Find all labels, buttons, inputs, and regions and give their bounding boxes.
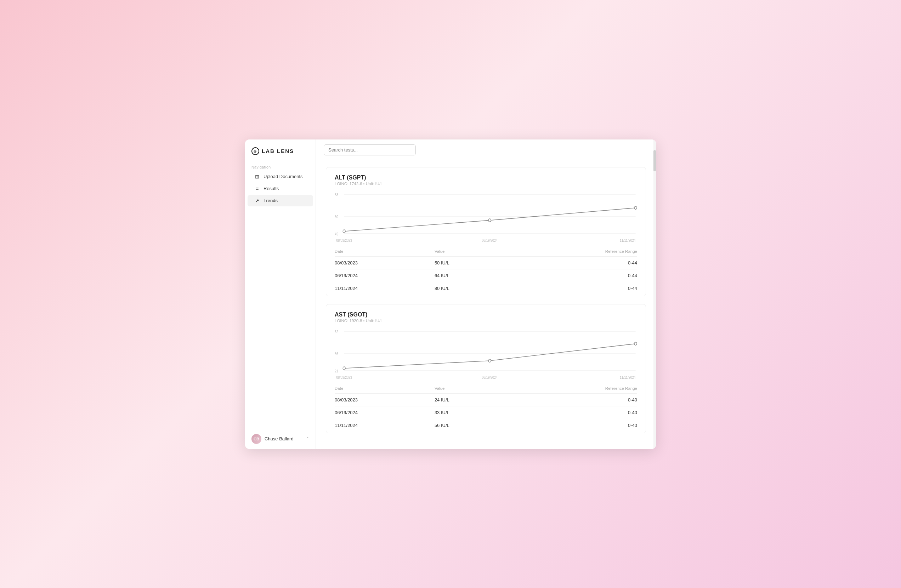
sidebar-item-upload-label: Upload Documents: [263, 174, 303, 179]
ast-row1-date: 08/03/2023: [335, 393, 435, 406]
sidebar: ◎ LAB LENS Navigation ⊞ Upload Documents…: [245, 140, 316, 449]
top-bar: [316, 140, 656, 159]
sidebar-item-results[interactable]: ≡ Results: [248, 183, 313, 194]
content-area: ALT (SGPT) LOINC: 1742-6 • Unit: IU/L 88…: [316, 159, 656, 449]
alt-row1-date: 08/03/2023: [335, 256, 435, 269]
ast-row1-ref: 0-40: [499, 393, 637, 406]
alt-x-label-2: 06/19/2024: [482, 238, 497, 243]
alt-row1-ref: 0-44: [499, 256, 637, 269]
ast-x-label-3: 11/11/2024: [620, 375, 636, 380]
sidebar-item-results-label: Results: [263, 186, 279, 191]
alt-point-3: [634, 206, 637, 209]
ast-data-table: Date Value Reference Range 08/03/2023 24…: [335, 383, 637, 431]
alt-chart-subtitle: LOINC: 1742-6 • Unit: IU/L: [335, 182, 637, 186]
ast-y-label-62: 62: [335, 330, 338, 334]
logo: ◎ LAB LENS: [245, 140, 316, 162]
alt-y-label-88: 88: [335, 193, 338, 197]
logo-icon: ◎: [251, 147, 259, 155]
nav-label: Navigation: [245, 162, 316, 171]
alt-x-label-3: 11/11/2024: [620, 238, 636, 243]
ast-y-label-36: 36: [335, 352, 338, 356]
ast-col-value: Value: [435, 383, 499, 394]
ast-row3-date: 11/11/2024: [335, 419, 435, 431]
alt-y-label-60: 60: [335, 215, 338, 219]
ast-point-2: [488, 359, 491, 362]
table-row: 06/19/2024 33 IU/L 0-40: [335, 406, 637, 419]
avatar: CB: [251, 434, 261, 444]
sidebar-item-trends[interactable]: ↗ Trends: [248, 195, 313, 206]
app-window: ◎ LAB LENS Navigation ⊞ Upload Documents…: [245, 140, 656, 449]
ast-chart-title: AST (SGOT): [335, 311, 637, 318]
table-row: 08/03/2023 24 IU/L 0-40: [335, 393, 637, 406]
upload-icon: ⊞: [254, 174, 260, 179]
user-menu[interactable]: CB Chase Ballard ⌃: [245, 429, 316, 449]
ast-point-3: [634, 342, 637, 345]
logo-text: LAB LENS: [262, 148, 294, 154]
alt-chart-title: ALT (SGPT): [335, 174, 637, 181]
sidebar-item-upload[interactable]: ⊞ Upload Documents: [248, 171, 313, 182]
table-row: 11/11/2024 56 IU/L 0-40: [335, 419, 637, 431]
ast-point-1: [343, 367, 345, 370]
user-name: Chase Ballard: [265, 436, 303, 442]
ast-row1-value: 24 IU/L: [435, 393, 499, 406]
ast-col-ref: Reference Range: [499, 383, 637, 394]
alt-col-ref: Reference Range: [499, 246, 637, 257]
alt-row2-value: 64 IU/L: [435, 269, 499, 282]
ast-x-label-1: 08/03/2023: [336, 375, 352, 380]
ast-x-label-2: 06/19/2024: [482, 375, 497, 380]
chevron-up-icon: ⌃: [306, 437, 309, 441]
table-row: 08/03/2023 50 IU/L 0-44: [335, 256, 637, 269]
avatar-initials: CB: [254, 437, 259, 441]
scrollbar-track[interactable]: [653, 140, 656, 449]
results-icon: ≡: [254, 186, 260, 191]
scrollbar-thumb[interactable]: [653, 150, 656, 171]
alt-row3-ref: 0-44: [499, 282, 637, 294]
alt-chart-card: ALT (SGPT) LOINC: 1742-6 • Unit: IU/L 88…: [326, 167, 646, 296]
alt-row3-date: 11/11/2024: [335, 282, 435, 294]
ast-row2-ref: 0-40: [499, 406, 637, 419]
main-content: ALT (SGPT) LOINC: 1742-6 • Unit: IU/L 88…: [316, 140, 656, 449]
trends-icon: ↗: [254, 198, 260, 204]
alt-x-label-1: 08/03/2023: [336, 238, 352, 243]
alt-row1-value: 50 IU/L: [435, 256, 499, 269]
search-input[interactable]: [324, 145, 416, 156]
alt-chart-svg: 88 60 45: [335, 191, 637, 246]
ast-col-date: Date: [335, 383, 435, 394]
ast-chart-subtitle: LOINC: 1920-8 • Unit: IU/L: [335, 319, 637, 323]
alt-col-value: Value: [435, 246, 499, 257]
ast-row3-ref: 0-40: [499, 419, 637, 431]
ast-row3-value: 56 IU/L: [435, 419, 499, 431]
sidebar-item-trends-label: Trends: [263, 198, 277, 203]
alt-row2-ref: 0-44: [499, 269, 637, 282]
alt-y-label-45: 45: [335, 232, 338, 236]
ast-chart-card: AST (SGOT) LOINC: 1920-8 • Unit: IU/L 62…: [326, 304, 646, 433]
ast-chart-area: 62 36 21: [335, 328, 637, 383]
alt-col-date: Date: [335, 246, 435, 257]
alt-data-table: Date Value Reference Range 08/03/2023 50…: [335, 246, 637, 294]
alt-row3-value: 80 IU/L: [435, 282, 499, 294]
ast-row2-value: 33 IU/L: [435, 406, 499, 419]
alt-chart-area: 88 60 45: [335, 191, 637, 246]
alt-point-2: [488, 219, 491, 222]
ast-row2-date: 06/19/2024: [335, 406, 435, 419]
ast-y-label-21: 21: [335, 369, 338, 373]
table-row: 11/11/2024 80 IU/L 0-44: [335, 282, 637, 294]
alt-point-1: [343, 230, 345, 233]
alt-row2-date: 06/19/2024: [335, 269, 435, 282]
ast-chart-svg: 62 36 21: [335, 328, 637, 383]
table-row: 06/19/2024 64 IU/L 0-44: [335, 269, 637, 282]
